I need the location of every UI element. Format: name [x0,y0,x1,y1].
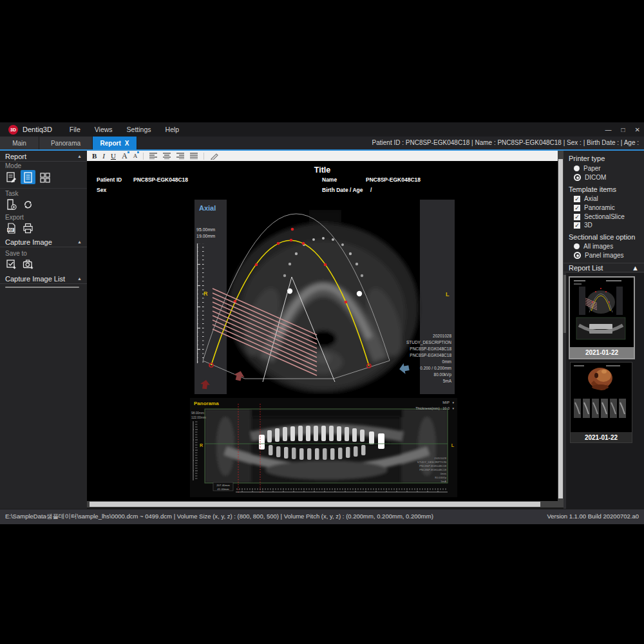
template-item-axial[interactable]: ✓ Axial [574,195,598,202]
svg-text:STUDY_DESCRIPTION: STUDY_DESCRIPTION [406,340,451,345]
collapse-icon[interactable]: ▲ [632,264,639,272]
sectional-option-panel-images[interactable]: Panel images [574,252,624,259]
radio-selected-icon[interactable] [574,252,581,259]
grid-layout-mode-button[interactable] [37,170,52,184]
close-report-tab-icon[interactable]: X [125,140,129,147]
printer-option-paper[interactable]: Paper [574,165,601,172]
title-bar: 3D Dentiq3D File Views Settings Help — □… [0,122,644,137]
pano-ruler-label1: 98.00mm [191,412,204,415]
svg-text:5mA: 5mA [440,480,446,483]
new-document-icon [5,198,17,211]
h-scroll-thumb[interactable] [90,502,540,507]
v-scroll-thumb[interactable] [558,159,563,498]
svg-text:MIP: MIP [442,401,450,404]
svg-text:STUDY_DESCRIPTION: STUDY_DESCRIPTION [417,460,446,464]
report-thumbnail-selected[interactable]: 2021-01-22 [569,276,635,359]
save-capture-list-button[interactable] [4,257,19,271]
pano-ruler-label2: 122.00mm [191,416,206,419]
template-item-3d[interactable]: ✓ 3D [574,222,592,229]
tab-report[interactable]: Report X [93,137,137,149]
svg-text:PNC8SP-EGK048C18: PNC8SP-EGK048C18 [419,468,446,471]
panorama-label: Panorama [194,401,219,406]
italic-button[interactable]: I [102,151,105,160]
axial-left-marker: L [446,291,450,298]
align-right-icon[interactable] [176,153,184,159]
sectional-slice-option-label: Sectional slice option [569,233,635,241]
checkbox-checked-icon[interactable]: ✓ [574,214,580,220]
pano-right-marker: R [200,443,203,448]
report-edit-mode-button[interactable] [4,170,19,184]
report-list-scrollbar[interactable] [564,273,566,509]
export-pdf-button[interactable]: PDF [4,221,19,235]
report-editor: B I U A A [87,149,564,509]
align-justify-icon[interactable] [190,153,198,159]
font-decrease-button[interactable]: A [133,151,138,160]
maximize-icon[interactable]: □ [621,126,625,133]
save-check-icon [5,258,17,270]
panorama-view[interactable]: Panorama MIP ▾ Thickness(mm) : 10.0 ▾ 98… [190,398,457,497]
align-left-icon[interactable] [149,153,157,159]
tab-panorama[interactable]: Panorama [39,137,93,149]
axial-depth2: 19.00mm [196,234,215,238]
underline-button[interactable]: U [111,151,116,160]
report-title[interactable]: Title [87,166,558,175]
report-date: 2021-01-22 [571,432,632,442]
pano-left-marker: L [451,443,455,448]
radio-icon[interactable] [574,243,580,249]
report-thumbnail[interactable]: 2021-01-22 [570,362,632,443]
menu-help[interactable]: Help [158,122,187,137]
report-panel-header[interactable]: Report ▲ [0,151,87,162]
menu-settings[interactable]: Settings [120,122,158,137]
radio-selected-icon[interactable] [574,174,581,181]
font-increase-button[interactable]: A [122,151,128,160]
new-report-button[interactable] [4,197,19,211]
collapse-icon[interactable]: ▲ [77,240,82,244]
refresh-report-button[interactable] [21,197,35,211]
right-sidebar: Printer type Paper DICOM Template items … [564,149,644,509]
report-view-mode-button[interactable] [21,170,35,184]
menu-views[interactable]: Views [88,122,120,137]
save-capture-file-button[interactable] [21,257,35,271]
printer-option-dicom[interactable]: DICOM [574,174,606,181]
horizontal-scrollbar[interactable] [87,501,558,507]
checkbox-checked-icon[interactable]: ✓ [574,196,580,202]
axial-view[interactable]: Axial 95.00mm 19.00mm R L 20201028 STUDY… [194,200,455,394]
svg-text:PNC8SP-EGK048C18: PNC8SP-EGK048C18 [410,353,451,357]
svg-text:PNC8SP-EGK048C18: PNC8SP-EGK048C18 [410,346,451,351]
svg-text:PNC8SP-EGK048C18: PNC8SP-EGK048C18 [419,464,446,468]
pen-icon[interactable] [210,152,219,160]
sectional-option-all-images[interactable]: All images [574,243,613,250]
camera-save-icon [22,258,34,270]
report-date: 2021-01-22 [570,347,634,358]
vertical-scrollbar[interactable] [558,151,564,507]
report-document[interactable]: Title Patient ID PNC8SP-EGK048C18 Name P… [87,161,558,501]
checkbox-checked-icon[interactable]: ✓ [574,222,580,229]
svg-text:80.00kVp: 80.00kVp [434,372,452,377]
svg-text:PDF: PDF [8,228,14,231]
capture-image-list-header[interactable]: Capture Image List ▲ [0,274,87,284]
svg-text:0.200 / 0.200mm: 0.200 / 0.200mm [420,366,451,370]
text-toolbar: B I U A A [87,151,558,161]
sex-label: Sex [97,187,106,193]
app-title: Dentiq3D [23,126,52,133]
app-logo-icon: 3D [8,125,18,135]
capture-image-header[interactable]: Capture Image ▲ [0,237,87,247]
align-center-icon[interactable] [163,153,171,159]
name-value: PNC8SP-EGK048C18 [366,176,421,183]
close-icon[interactable]: ✕ [635,126,640,133]
template-item-sectionalslice[interactable]: ✓ SectionalSlice [574,213,625,220]
accent-line [0,149,644,151]
collapse-icon[interactable]: ▲ [77,154,82,158]
collapse-icon[interactable]: ▲ [77,276,82,281]
tab-main[interactable]: Main [0,137,39,149]
bold-button[interactable]: B [92,151,97,160]
template-items-label: Template items [569,185,616,193]
template-item-panoramic[interactable]: ✓ Panoramic [574,204,615,211]
print-report-button[interactable] [21,221,35,235]
status-version: Version 1.1.00 Build 20200702.a0 [547,509,639,524]
menu-file[interactable]: File [62,122,88,137]
report-list-header[interactable]: Report List ▲ [564,263,644,272]
radio-icon[interactable] [574,166,580,171]
checkbox-checked-icon[interactable]: ✓ [574,205,580,211]
minimize-icon[interactable]: — [605,126,612,133]
